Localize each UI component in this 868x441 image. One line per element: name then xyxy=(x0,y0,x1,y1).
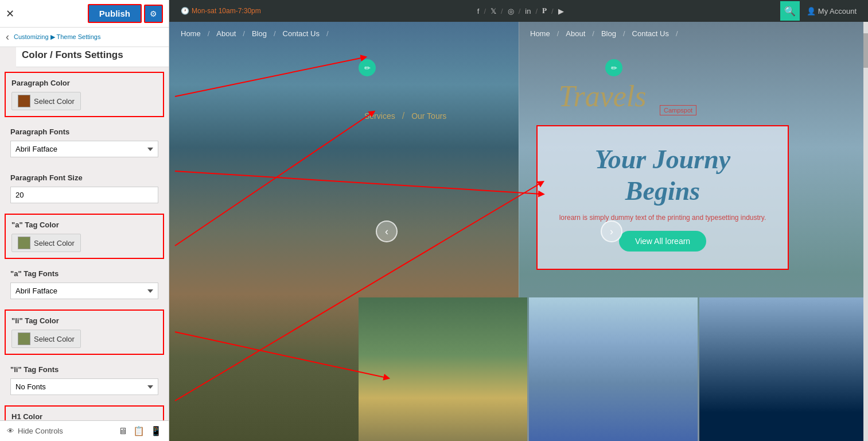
topbar-time: Mon-sat 10am-7:30pm xyxy=(192,7,261,15)
paragraph-fonts-select[interactable]: Abril Fatface Arial Georgia Times New Ro… xyxy=(10,141,158,157)
nav-contact[interactable]: Contact Us xyxy=(283,29,320,38)
hide-controls-label: Hide Controls xyxy=(18,427,63,435)
view-icons: 🖥 📋 📱 xyxy=(118,425,162,436)
carousel-next-button[interactable]: › xyxy=(601,220,622,242)
social-divider: / xyxy=(551,7,554,16)
nav-about-right[interactable]: About xyxy=(566,29,585,38)
publish-area: Publish ⚙ xyxy=(88,4,163,23)
paragraph-color-label: Paragraph Color xyxy=(11,79,157,87)
hero-cta: View All lorearn xyxy=(555,231,770,252)
nav-divider: / xyxy=(557,29,559,38)
top-bar: ✕ Publish ⚙ xyxy=(0,0,169,28)
search-button[interactable]: 🔍 xyxy=(780,1,800,21)
edit-pencil-left[interactable]: ✏ xyxy=(359,59,376,76)
breadcrumb-customizing[interactable]: Customizing xyxy=(14,33,49,40)
clock-icon: 🕐 xyxy=(181,7,189,15)
preview-area: 🕐 Mon-sat 10am-7:30pm f / 𝕏 / ◎ / in / 𝐏… xyxy=(169,0,868,441)
li-tag-color-button[interactable]: Select Color xyxy=(11,330,81,348)
li-tag-color-label: "li" Tag Color xyxy=(11,316,157,325)
instagram-icon[interactable]: ◎ xyxy=(508,7,514,16)
nav-contact-right[interactable]: Contact Us xyxy=(632,29,669,38)
paragraph-font-size-label: Paragraph Font Size xyxy=(10,173,158,182)
nav-links-right: Home / About / Blog / Contact Us / xyxy=(530,29,678,38)
li-tag-fonts-select[interactable]: No Fonts Abril Fatface Arial xyxy=(10,378,158,395)
li-tag-fonts-label: "li" Tag Fonts xyxy=(10,365,158,374)
mobile-view-button[interactable]: 📱 xyxy=(150,425,162,436)
carousel-prev-button[interactable]: ‹ xyxy=(376,220,398,242)
tablet-view-button[interactable]: 📋 xyxy=(133,425,145,436)
preview-scrollbar[interactable] xyxy=(863,22,868,441)
publish-button[interactable]: Publish xyxy=(88,4,142,23)
nav-divider: / xyxy=(623,29,625,38)
social-links: f / 𝕏 / ◎ / in / 𝐏 / ▶ xyxy=(477,6,564,16)
nav-divider: / xyxy=(326,29,329,38)
a-tag-fonts-select[interactable]: Abril Fatface Arial Georgia xyxy=(10,283,158,299)
topbar-left: 🕐 Mon-sat 10am-7:30pm xyxy=(181,7,261,15)
back-button[interactable]: ‹ xyxy=(6,31,9,43)
facebook-icon[interactable]: f xyxy=(477,7,480,16)
cta-button[interactable]: View All lorearn xyxy=(619,231,706,252)
a-tag-color-label: "a" Tag Color xyxy=(11,220,157,229)
edit-pencil-right[interactable]: ✏ xyxy=(605,59,622,76)
bottom-controls: 👁 Hide Controls 🖥 📋 📱 xyxy=(0,420,169,441)
paragraph-color-button[interactable]: Select Color xyxy=(11,92,81,110)
hide-controls[interactable]: 👁 Hide Controls xyxy=(7,427,63,435)
nav-blog[interactable]: Blog xyxy=(252,29,267,38)
gallery-item-3 xyxy=(699,297,868,441)
a-tag-color-section: "a" Tag Color Select Color xyxy=(5,214,164,259)
a-tag-color-text: Select Color xyxy=(34,239,75,247)
breadcrumb: Customizing ▶ Theme Settings xyxy=(14,33,101,41)
nav-links-left: Home / About / Blog / Contact Us / xyxy=(181,29,329,38)
nav-divider: / xyxy=(208,29,210,38)
youtube-icon[interactable]: ▶ xyxy=(558,7,564,16)
close-button[interactable]: ✕ xyxy=(6,7,14,20)
sub-nav: Services / Our Tours xyxy=(364,111,446,121)
paragraph-fonts-label: Paragraph Fonts xyxy=(10,127,158,136)
social-divider: / xyxy=(519,7,521,16)
social-divider: / xyxy=(535,7,538,16)
sub-nav-tours[interactable]: Our Tours xyxy=(411,111,446,121)
nav-home[interactable]: Home xyxy=(181,29,201,38)
eye-icon: 👁 xyxy=(7,427,14,435)
hero-title: Your Journy Begins xyxy=(555,144,770,207)
gallery-item-2 xyxy=(529,297,698,441)
li-tag-color-text: Select Color xyxy=(34,335,75,343)
a-tag-color-button[interactable]: Select Color xyxy=(11,234,81,252)
linkedin-icon[interactable]: in xyxy=(525,7,531,16)
sub-nav-divider: / xyxy=(402,111,404,121)
h1-color-label: H1 Color xyxy=(11,412,157,420)
desktop-view-button[interactable]: 🖥 xyxy=(118,425,127,436)
a-tag-fonts-label: "a" Tag Fonts xyxy=(10,269,158,278)
nav-about[interactable]: About xyxy=(216,29,236,38)
li-tag-color-swatch xyxy=(18,332,30,345)
nav-blog-right[interactable]: Blog xyxy=(601,29,616,38)
hero-subtitle: lorearn is simply dummy text of the prin… xyxy=(555,214,770,222)
nav-divider: / xyxy=(676,29,678,38)
panel-title: Color / Fonts Settings xyxy=(16,47,169,67)
a-tag-fonts-section: "a" Tag Fonts Abril Fatface Arial Georgi… xyxy=(5,264,164,305)
settings-button[interactable]: ⚙ xyxy=(144,5,163,23)
account-label: My Account xyxy=(818,7,857,16)
gallery-item-1 xyxy=(359,297,527,441)
customizer-panel: ✕ Publish ⚙ ‹ Customizing ▶ Theme Settin… xyxy=(0,0,169,441)
account-icon: 👤 xyxy=(807,7,816,16)
nav-home-right[interactable]: Home xyxy=(530,29,550,38)
paragraph-color-text: Select Color xyxy=(34,97,75,106)
pinterest-icon[interactable]: 𝐏 xyxy=(542,6,547,16)
breadcrumb-theme[interactable]: Theme Settings xyxy=(56,33,100,40)
preview-main: Home / About / Blog / Contact Us / Home … xyxy=(169,22,868,441)
nav-divider: / xyxy=(274,29,276,38)
li-tag-color-section: "li" Tag Color Select Color xyxy=(5,310,164,355)
paragraph-font-size-section: Paragraph Font Size xyxy=(5,168,164,209)
social-divider: / xyxy=(484,7,486,16)
account-link[interactable]: 👤 My Account xyxy=(807,7,857,16)
nav-divider: / xyxy=(592,29,594,38)
paragraph-font-size-input[interactable] xyxy=(10,187,158,203)
twitter-icon[interactable]: 𝕏 xyxy=(491,7,496,16)
breadcrumb-nav: ‹ Customizing ▶ Theme Settings xyxy=(0,28,169,47)
preview-topbar: 🕐 Mon-sat 10am-7:30pm f / 𝕏 / ◎ / in / 𝐏… xyxy=(169,0,868,22)
settings-scroll-area[interactable]: Paragraph Color Select Color Paragraph F… xyxy=(0,67,169,420)
breadcrumb-arrow: ▶ xyxy=(50,33,55,40)
social-divider: / xyxy=(501,7,503,16)
sub-nav-services[interactable]: Services xyxy=(364,111,395,121)
